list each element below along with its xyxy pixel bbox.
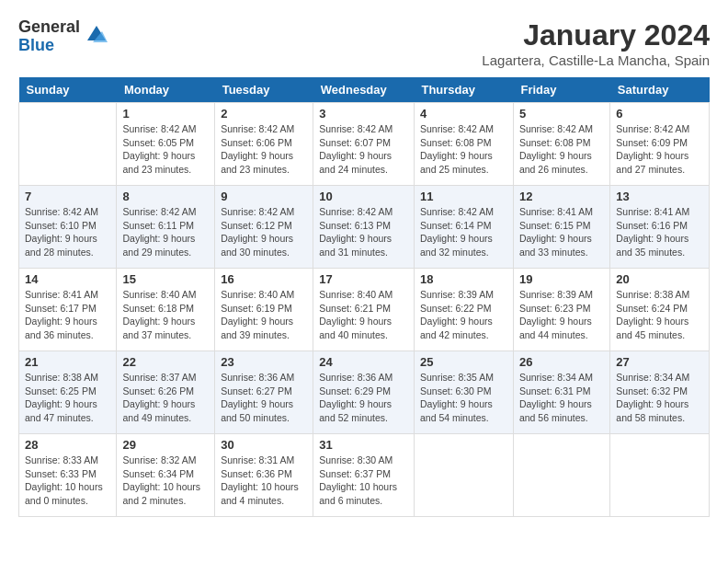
day-number: 5	[519, 107, 604, 121]
day-number: 18	[420, 272, 507, 286]
calendar-cell: 11Sunrise: 8:42 AMSunset: 6:14 PMDayligh…	[414, 186, 513, 269]
day-number: 14	[25, 272, 110, 286]
calendar-cell: 1Sunrise: 8:42 AMSunset: 6:05 PMDaylight…	[117, 103, 215, 186]
day-info: Sunrise: 8:41 AMSunset: 6:15 PMDaylight:…	[519, 205, 604, 259]
weekday-header: Sunday	[19, 77, 117, 103]
calendar-cell: 2Sunrise: 8:42 AMSunset: 6:06 PMDaylight…	[215, 103, 313, 186]
calendar-week-row: 1Sunrise: 8:42 AMSunset: 6:05 PMDaylight…	[19, 103, 710, 186]
day-info: Sunrise: 8:32 AMSunset: 6:34 PMDaylight:…	[122, 454, 209, 508]
calendar-cell: 5Sunrise: 8:42 AMSunset: 6:08 PMDaylight…	[513, 103, 609, 186]
day-number: 30	[221, 438, 307, 452]
calendar-cell: 7Sunrise: 8:42 AMSunset: 6:10 PMDaylight…	[19, 186, 117, 269]
title-block: January 2024 Lagartera, Castille-La Manc…	[482, 18, 710, 68]
calendar-cell: 9Sunrise: 8:42 AMSunset: 6:12 PMDaylight…	[215, 186, 313, 269]
day-info: Sunrise: 8:42 AMSunset: 6:11 PMDaylight:…	[122, 205, 209, 259]
calendar-cell: 31Sunrise: 8:30 AMSunset: 6:37 PMDayligh…	[313, 434, 415, 517]
day-info: Sunrise: 8:42 AMSunset: 6:05 PMDaylight:…	[122, 122, 209, 177]
logo: General Blue	[18, 18, 109, 55]
calendar-cell: 29Sunrise: 8:32 AMSunset: 6:34 PMDayligh…	[117, 434, 215, 517]
day-number: 6	[616, 107, 703, 121]
calendar-cell: 10Sunrise: 8:42 AMSunset: 6:13 PMDayligh…	[313, 186, 415, 269]
calendar-cell: 22Sunrise: 8:37 AMSunset: 6:26 PMDayligh…	[117, 351, 215, 434]
day-info: Sunrise: 8:31 AMSunset: 6:36 PMDaylight:…	[221, 454, 307, 508]
page-header: General Blue January 2024 Lagartera, Cas…	[18, 18, 710, 68]
day-info: Sunrise: 8:42 AMSunset: 6:06 PMDaylight:…	[221, 122, 307, 177]
day-info: Sunrise: 8:30 AMSunset: 6:37 PMDaylight:…	[319, 454, 408, 508]
day-info: Sunrise: 8:33 AMSunset: 6:33 PMDaylight:…	[25, 454, 110, 508]
weekday-header: Monday	[117, 77, 215, 103]
day-info: Sunrise: 8:39 AMSunset: 6:23 PMDaylight:…	[519, 288, 604, 342]
calendar-week-row: 21Sunrise: 8:38 AMSunset: 6:25 PMDayligh…	[19, 351, 710, 434]
calendar-cell: 28Sunrise: 8:33 AMSunset: 6:33 PMDayligh…	[19, 434, 117, 517]
day-number: 31	[319, 438, 408, 452]
day-number: 3	[319, 107, 408, 121]
day-info: Sunrise: 8:36 AMSunset: 6:27 PMDaylight:…	[221, 371, 307, 425]
day-info: Sunrise: 8:38 AMSunset: 6:24 PMDaylight:…	[616, 288, 703, 342]
calendar-cell: 14Sunrise: 8:41 AMSunset: 6:17 PMDayligh…	[19, 269, 117, 351]
calendar-table: SundayMondayTuesdayWednesdayThursdayFrid…	[18, 77, 710, 517]
day-info: Sunrise: 8:42 AMSunset: 6:10 PMDaylight:…	[25, 205, 110, 259]
month-year: January 2024	[482, 18, 710, 52]
day-info: Sunrise: 8:42 AMSunset: 6:12 PMDaylight:…	[221, 205, 307, 259]
day-info: Sunrise: 8:40 AMSunset: 6:18 PMDaylight:…	[122, 288, 209, 342]
calendar-cell	[19, 103, 117, 186]
logo-general: General	[18, 18, 80, 37]
day-info: Sunrise: 8:42 AMSunset: 6:09 PMDaylight:…	[616, 122, 703, 177]
day-info: Sunrise: 8:34 AMSunset: 6:31 PMDaylight:…	[519, 371, 604, 425]
weekday-header: Friday	[513, 77, 609, 103]
day-number: 19	[519, 272, 604, 286]
day-info: Sunrise: 8:38 AMSunset: 6:25 PMDaylight:…	[25, 371, 110, 425]
calendar-cell: 23Sunrise: 8:36 AMSunset: 6:27 PMDayligh…	[215, 351, 313, 434]
calendar-cell: 25Sunrise: 8:35 AMSunset: 6:30 PMDayligh…	[414, 351, 513, 434]
calendar-cell	[414, 434, 513, 517]
calendar-cell: 3Sunrise: 8:42 AMSunset: 6:07 PMDaylight…	[313, 103, 415, 186]
calendar-week-row: 14Sunrise: 8:41 AMSunset: 6:17 PMDayligh…	[19, 269, 710, 351]
calendar-cell: 19Sunrise: 8:39 AMSunset: 6:23 PMDayligh…	[513, 269, 609, 351]
day-number: 13	[616, 190, 703, 203]
day-number: 15	[122, 272, 209, 286]
day-number: 10	[319, 190, 408, 203]
weekday-header: Saturday	[610, 77, 710, 103]
calendar-cell: 6Sunrise: 8:42 AMSunset: 6:09 PMDaylight…	[610, 103, 710, 186]
day-number: 17	[319, 272, 408, 286]
day-info: Sunrise: 8:40 AMSunset: 6:19 PMDaylight:…	[221, 288, 307, 342]
day-info: Sunrise: 8:37 AMSunset: 6:26 PMDaylight:…	[122, 371, 209, 425]
calendar-cell: 8Sunrise: 8:42 AMSunset: 6:11 PMDaylight…	[117, 186, 215, 269]
calendar-cell	[513, 434, 609, 517]
calendar-cell: 30Sunrise: 8:31 AMSunset: 6:36 PMDayligh…	[215, 434, 313, 517]
calendar-cell: 18Sunrise: 8:39 AMSunset: 6:22 PMDayligh…	[414, 269, 513, 351]
calendar-cell: 20Sunrise: 8:38 AMSunset: 6:24 PMDayligh…	[610, 269, 710, 351]
day-info: Sunrise: 8:35 AMSunset: 6:30 PMDaylight:…	[420, 371, 507, 425]
day-number: 11	[420, 190, 507, 203]
day-info: Sunrise: 8:42 AMSunset: 6:07 PMDaylight:…	[319, 122, 408, 177]
day-info: Sunrise: 8:42 AMSunset: 6:14 PMDaylight:…	[420, 205, 507, 259]
day-number: 16	[221, 272, 307, 286]
day-number: 7	[25, 190, 110, 203]
day-info: Sunrise: 8:34 AMSunset: 6:32 PMDaylight:…	[616, 371, 703, 425]
calendar-cell: 13Sunrise: 8:41 AMSunset: 6:16 PMDayligh…	[610, 186, 710, 269]
day-info: Sunrise: 8:39 AMSunset: 6:22 PMDaylight:…	[420, 288, 507, 342]
day-info: Sunrise: 8:42 AMSunset: 6:08 PMDaylight:…	[519, 122, 604, 177]
day-info: Sunrise: 8:41 AMSunset: 6:17 PMDaylight:…	[25, 288, 110, 342]
day-info: Sunrise: 8:42 AMSunset: 6:13 PMDaylight:…	[319, 205, 408, 259]
day-number: 23	[221, 355, 307, 369]
calendar-week-row: 28Sunrise: 8:33 AMSunset: 6:33 PMDayligh…	[19, 434, 710, 517]
logo-icon	[84, 22, 109, 48]
day-number: 26	[519, 355, 604, 369]
day-number: 21	[25, 355, 110, 369]
location: Lagartera, Castille-La Mancha, Spain	[482, 52, 710, 68]
calendar-cell: 4Sunrise: 8:42 AMSunset: 6:08 PMDaylight…	[414, 103, 513, 186]
day-info: Sunrise: 8:42 AMSunset: 6:08 PMDaylight:…	[420, 122, 507, 177]
day-number: 25	[420, 355, 507, 369]
day-number: 28	[25, 438, 110, 452]
calendar-cell: 24Sunrise: 8:36 AMSunset: 6:29 PMDayligh…	[313, 351, 415, 434]
weekday-header: Thursday	[414, 77, 513, 103]
calendar-cell: 17Sunrise: 8:40 AMSunset: 6:21 PMDayligh…	[313, 269, 415, 351]
day-info: Sunrise: 8:40 AMSunset: 6:21 PMDaylight:…	[319, 288, 408, 342]
day-number: 1	[122, 107, 209, 121]
calendar-cell: 12Sunrise: 8:41 AMSunset: 6:15 PMDayligh…	[513, 186, 609, 269]
day-number: 9	[221, 190, 307, 203]
day-number: 22	[122, 355, 209, 369]
day-info: Sunrise: 8:36 AMSunset: 6:29 PMDaylight:…	[319, 371, 408, 425]
logo-blue: Blue	[18, 37, 80, 55]
